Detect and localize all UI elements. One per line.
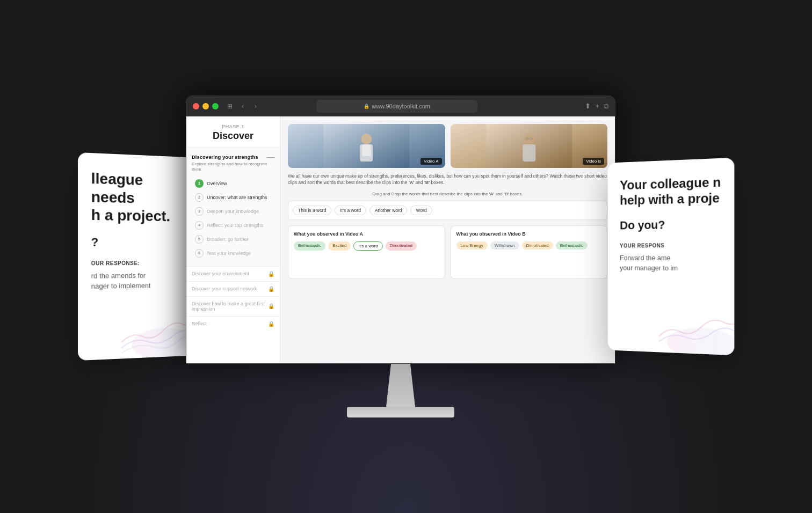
chip-low-energy[interactable]: Low Energy <box>456 241 488 250</box>
nav-label-1: Overview <box>207 181 227 186</box>
video-thumb-a[interactable]: Video A <box>288 124 445 168</box>
chip-enthusiastic-b[interactable]: Enthusiastic <box>556 241 588 250</box>
nav-label-5: Broaden: go further <box>207 237 249 242</box>
lock-support: 🔒 <box>268 286 274 292</box>
menu-item-environment[interactable]: Discover your environment 🔒 <box>186 266 280 281</box>
menu-label-support: Discover your support network <box>192 286 257 291</box>
video-thumb-b[interactable]: Video B <box>451 124 608 168</box>
nav-item-5[interactable]: 5 Broaden: go further <box>192 233 274 246</box>
chip-dimotivated-a[interactable]: Dimotivated <box>386 241 417 251</box>
nav-num-2: 2 <box>195 193 204 202</box>
desktop-scene: lleague needsh a project. ? OUR RESPONSE… <box>30 26 782 487</box>
extensions-btn[interactable]: ⧉ <box>604 102 608 111</box>
forward-btn[interactable]: › <box>251 101 260 111</box>
svg-rect-7 <box>523 144 535 162</box>
lock-icon: 🔒 <box>364 104 369 109</box>
chip-withdrawn[interactable]: Withdrawn <box>490 241 519 250</box>
section-subtitle: Explore strengths and how to recognise t… <box>192 162 274 173</box>
word-bank: This is a word It's a word Another word … <box>288 201 607 220</box>
drag-instruction: Drag and Drop the words that best descri… <box>288 192 607 196</box>
right-card-text: Your colleague nhelp with a proje <box>620 174 721 208</box>
traffic-light-red[interactable] <box>193 103 199 109</box>
observation-title-a: What you observed in Video A <box>294 231 439 238</box>
collapse-icon[interactable]: — <box>267 153 274 160</box>
share-btn[interactable]: ⬆ <box>585 102 591 111</box>
section-title-text: Discovering your strengths <box>192 154 258 160</box>
nav-num-4: 4 <box>195 221 204 230</box>
observation-row: What you observed in Video A Enthusiasti… <box>288 225 607 279</box>
active-section: Discovering your strengths — Explore str… <box>186 148 280 266</box>
menu-item-reflect[interactable]: Reflect 🔒 <box>186 316 280 331</box>
menu-label-reflect: Reflect <box>192 321 207 326</box>
svg-point-6 <box>524 134 534 144</box>
left-card-text: lleague needsh a project. <box>91 170 182 226</box>
monitor-screen: ⊞ ‹ › 🔒 www.90daytoolkit.com ⬆ + ⧉ <box>186 96 615 364</box>
chip-excited[interactable]: Excited <box>328 241 351 251</box>
back-btn[interactable]: ‹ <box>238 101 248 111</box>
menu-label-impression: Discover how to make a great first impre… <box>192 301 268 312</box>
nav-label-4: Reflect: your top strengths <box>207 223 263 228</box>
nav-label-3: Deepen your knowledge <box>207 209 259 214</box>
right-card: Your colleague nhelp with a proje Do you… <box>608 158 735 356</box>
word-chip-3[interactable]: Word <box>410 206 432 215</box>
phase-header: PHASE 1 Discover <box>186 116 280 148</box>
menu-item-support[interactable]: Discover your support network 🔒 <box>186 281 280 296</box>
observation-chips-a: Enthusiastic Excited It's a word Dimotiv… <box>294 241 439 251</box>
sidebar: PHASE 1 Discover Discovering your streng… <box>186 116 280 364</box>
monitor-base <box>347 407 454 417</box>
nav-item-4[interactable]: 4 Reflect: your top strengths <box>192 219 274 232</box>
new-tab-btn[interactable]: + <box>595 102 599 111</box>
sidebar-toggle-btn[interactable]: ⊞ <box>225 101 235 111</box>
svg-point-10 <box>666 327 734 355</box>
browser-content: PHASE 1 Discover Discovering your streng… <box>186 116 615 364</box>
right-card-question: Do you? <box>620 217 721 232</box>
word-chip-2[interactable]: Another word <box>369 206 408 215</box>
svg-rect-4 <box>362 144 371 156</box>
traffic-lights <box>193 103 219 109</box>
observation-box-b: What you observed in Video B Low Energy … <box>451 225 608 279</box>
right-card-wave <box>659 294 735 355</box>
menu-item-impression[interactable]: Discover how to make a great first impre… <box>186 296 280 316</box>
lock-reflect: 🔒 <box>268 321 274 327</box>
url-text: www.90daytoolkit.com <box>372 103 430 109</box>
video-row: Video A <box>288 124 607 168</box>
left-response-text: rd the amends fornager to implement <box>91 270 182 292</box>
traffic-light-yellow[interactable] <box>202 103 209 109</box>
left-card-question: ? <box>91 235 182 250</box>
nav-item-1[interactable]: 1 Overview <box>192 177 274 190</box>
menu-label-environment: Discover your environment <box>192 271 249 276</box>
nav-item-2[interactable]: 2 Uncover: what are strengths <box>192 191 274 204</box>
word-chip-1[interactable]: It's a word <box>335 206 366 215</box>
observation-box-a: What you observed in Video A Enthusiasti… <box>288 225 445 279</box>
right-response-text: Forward the ameyour manager to im <box>620 252 721 274</box>
left-response-label: OUR RESPONSE: <box>91 260 182 266</box>
right-response-label: YOUR RESPONS <box>620 242 721 248</box>
chip-enthusiastic-a[interactable]: Enthusiastic <box>294 241 325 251</box>
svg-point-0 <box>132 327 194 358</box>
lock-impression: 🔒 <box>268 303 274 309</box>
observation-chips-b: Low Energy Withdrawn Dimotivated Enthusi… <box>456 241 602 250</box>
traffic-light-green[interactable] <box>212 103 219 109</box>
word-chip-0[interactable]: This is a word <box>293 206 331 215</box>
svg-point-2 <box>361 134 372 144</box>
video-badge-a: Video A <box>421 158 441 165</box>
address-bar[interactable]: 🔒 www.90daytoolkit.com <box>316 100 477 113</box>
nav-num-1: 1 <box>195 179 204 188</box>
monitor-neck <box>385 364 417 407</box>
video-badge-b: Video B <box>583 158 604 165</box>
nav-label-6: Test your knowledge <box>207 251 251 256</box>
monitor: ⊞ ‹ › 🔒 www.90daytoolkit.com ⬆ + ⧉ <box>186 96 615 417</box>
chip-dimotivated-b[interactable]: Dimotivated <box>522 241 553 250</box>
left-card: lleague needsh a project. ? OUR RESPONSE… <box>78 152 194 361</box>
chip-its-a-word[interactable]: It's a word <box>353 241 382 251</box>
browser-actions: ⬆ + ⧉ <box>585 102 608 111</box>
phase-label: PHASE 1 <box>192 124 274 129</box>
nav-item-3[interactable]: 3 Deepen your knowledge <box>192 205 274 218</box>
nav-num-3: 3 <box>195 207 204 216</box>
left-card-wave <box>121 298 194 359</box>
browser-controls: ⊞ ‹ › <box>225 101 260 111</box>
nav-item-6[interactable]: 6 Test your knowledge <box>192 247 274 260</box>
main-content: Video A <box>280 116 615 364</box>
phase-title: Discover <box>192 130 274 142</box>
nav-label-2: Uncover: what are strengths <box>207 195 267 200</box>
